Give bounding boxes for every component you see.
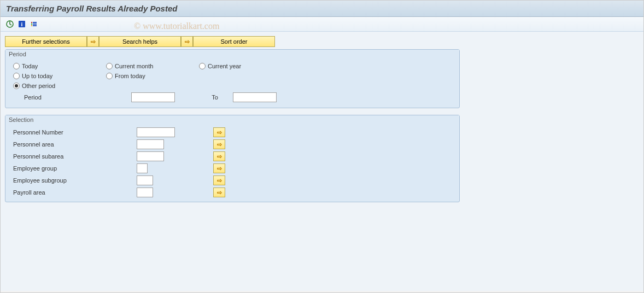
- arrow-right-icon: ⇨: [217, 177, 222, 184]
- svg-text:i: i: [21, 21, 23, 27]
- label-other-period: Other period: [22, 83, 55, 89]
- search-helps-button[interactable]: Search helps: [99, 36, 181, 47]
- period-group: Period Today Current month Current year …: [5, 49, 460, 108]
- selection-group: Selection Personnel Number⇨Personnel are…: [5, 115, 460, 202]
- action-button-row: Further selections ⇨ Search helps ⇨ Sort…: [5, 36, 639, 47]
- sort-order-button[interactable]: Sort order: [193, 36, 275, 47]
- svg-rect-3: [31, 22, 32, 23]
- selection-input[interactable]: [137, 163, 148, 173]
- label-up-to-today: Up to today: [22, 73, 52, 79]
- selection-label: Employee subgroup: [13, 177, 137, 184]
- radio-current-year[interactable]: [199, 63, 206, 69]
- arrow-right-icon: ⇨: [217, 165, 222, 172]
- title-bar: Transferring Payroll Results Already Pos…: [1, 1, 643, 17]
- selection-label: Employee group: [13, 165, 137, 172]
- multiple-selection-button[interactable]: ⇨: [213, 127, 225, 137]
- label-today: Today: [22, 63, 38, 69]
- sort-order-arrow-button[interactable]: ⇨: [181, 36, 193, 47]
- radio-from-today[interactable]: [106, 73, 113, 79]
- arrow-right-icon: ⇨: [91, 38, 96, 45]
- selection-row: Employee subgroup⇨: [13, 174, 454, 186]
- selection-input[interactable]: [137, 175, 153, 185]
- list-icon[interactable]: [29, 19, 39, 29]
- arrow-right-icon: ⇨: [217, 153, 222, 160]
- selection-input[interactable]: [137, 127, 175, 137]
- arrow-right-icon: ⇨: [217, 129, 222, 136]
- selection-group-title: Selection: [5, 115, 459, 124]
- svg-rect-5: [31, 24, 32, 25]
- period-from-input[interactable]: [131, 92, 175, 102]
- selection-input[interactable]: [137, 187, 153, 197]
- arrow-right-icon: ⇨: [217, 189, 222, 196]
- page-title: Transferring Payroll Results Already Pos…: [6, 4, 177, 13]
- selection-row: Personnel Number⇨: [13, 126, 454, 138]
- selection-label: Payroll area: [13, 189, 137, 196]
- search-helps-arrow-button[interactable]: ⇨: [87, 36, 99, 47]
- radio-other-period[interactable]: [13, 83, 20, 89]
- selection-row: Personnel subarea⇨: [13, 150, 454, 162]
- selection-label: Personnel subarea: [13, 153, 137, 160]
- selection-row: Payroll area⇨: [13, 186, 454, 198]
- svg-rect-7: [31, 25, 32, 26]
- execute-icon[interactable]: [5, 19, 15, 29]
- selection-label: Personnel area: [13, 141, 137, 148]
- info-icon[interactable]: i: [17, 19, 27, 29]
- multiple-selection-button[interactable]: ⇨: [213, 175, 225, 185]
- multiple-selection-button[interactable]: ⇨: [213, 139, 225, 149]
- radio-today[interactable]: [13, 63, 20, 69]
- multiple-selection-button[interactable]: ⇨: [213, 151, 225, 161]
- main-area: Further selections ⇨ Search helps ⇨ Sort…: [1, 32, 643, 291]
- arrow-right-icon: ⇨: [185, 38, 190, 45]
- arrow-right-icon: ⇨: [217, 141, 222, 148]
- radio-current-month[interactable]: [106, 63, 113, 69]
- label-current-month: Current month: [115, 63, 153, 69]
- radio-up-to-today[interactable]: [13, 73, 20, 79]
- selection-row: Employee group⇨: [13, 162, 454, 174]
- period-to-input[interactable]: [233, 92, 277, 102]
- period-group-title: Period: [5, 50, 459, 58]
- svg-rect-8: [33, 25, 37, 26]
- toolbar: i: [1, 17, 643, 32]
- svg-rect-4: [33, 22, 37, 23]
- label-from-today: From today: [115, 73, 145, 79]
- selection-label: Personnel Number: [13, 129, 137, 136]
- svg-rect-6: [33, 24, 37, 25]
- label-period: Period: [24, 94, 126, 101]
- label-to: To: [202, 94, 227, 101]
- further-selections-button[interactable]: Further selections: [5, 36, 87, 47]
- selection-row: Personnel area⇨: [13, 138, 454, 150]
- selection-input[interactable]: [137, 139, 164, 149]
- multiple-selection-button[interactable]: ⇨: [213, 187, 225, 197]
- selection-input[interactable]: [137, 151, 164, 161]
- multiple-selection-button[interactable]: ⇨: [213, 163, 225, 173]
- label-current-year: Current year: [208, 63, 241, 69]
